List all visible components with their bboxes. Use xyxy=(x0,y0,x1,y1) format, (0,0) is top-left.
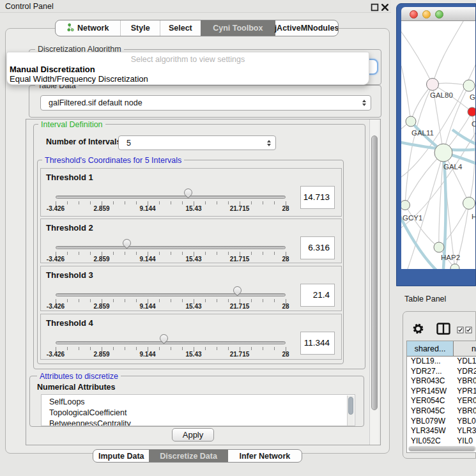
slider-tick xyxy=(125,347,125,350)
table-row[interactable]: YIL052CYIL0 xyxy=(407,436,476,446)
scrollbar-thumb[interactable] xyxy=(348,397,353,415)
slider-tick xyxy=(125,252,125,255)
network-node-GAL4[interactable] xyxy=(434,144,452,162)
cell-shared-name[interactable]: YIL052C xyxy=(407,436,454,446)
cell-name[interactable]: YBR0 xyxy=(454,376,476,387)
gear-icon[interactable] xyxy=(412,323,424,337)
network-node-GAL11[interactable] xyxy=(406,116,416,127)
minimize-traffic-light-icon[interactable] xyxy=(422,10,431,19)
zoom-traffic-light-icon[interactable] xyxy=(435,10,443,19)
tab-select[interactable]: Select xyxy=(160,20,201,36)
threshold-value-field[interactable]: 14.713 xyxy=(300,186,335,209)
checkbox-checked-icon[interactable] xyxy=(465,325,472,336)
cell-shared-name[interactable]: YBR045C xyxy=(407,406,454,417)
network-edge[interactable] xyxy=(405,153,443,205)
cell-shared-name[interactable]: YDR27... xyxy=(407,367,454,377)
attribute-list-item[interactable]: BetweennessCentrality xyxy=(42,418,355,426)
network-node-partial-top-right[interactable] xyxy=(463,80,475,91)
slider-tick xyxy=(251,299,252,302)
node-table: shared... n YDL19...YDL1YDR27...YDR2YBR0… xyxy=(406,341,476,453)
tab-style[interactable]: Style xyxy=(120,20,160,36)
column-header-shared-name[interactable]: shared... xyxy=(407,341,454,357)
close-icon[interactable] xyxy=(381,3,389,11)
table-row[interactable]: YBR043CYBR0 xyxy=(407,376,476,387)
cell-shared-name[interactable]: YPR145W xyxy=(407,387,454,397)
network-edge[interactable] xyxy=(411,84,433,121)
threshold-label: Threshold 1 xyxy=(46,173,93,182)
slider-tick-label: 2.859 xyxy=(93,256,109,263)
scrollbar-thumb[interactable] xyxy=(409,447,475,451)
cell-shared-name[interactable]: YBL079W xyxy=(407,417,454,427)
cell-name[interactable]: YLR3 xyxy=(454,426,476,436)
slider-tick xyxy=(113,252,114,255)
cell-name[interactable]: YBR0 xyxy=(454,406,476,417)
table-row[interactable]: YLR345WYLR3 xyxy=(407,426,476,436)
network-canvas[interactable]: GAL80GACGAL11GAL4GCY1HHAP2 xyxy=(401,21,476,269)
slider-tick-label: 2.859 xyxy=(93,205,109,212)
numerical-attributes-list[interactable]: SelfLoopsTopologicalCoefficientBetweenne… xyxy=(41,394,355,426)
threshold-label: Threshold 2 xyxy=(46,223,93,233)
tab-infer-network[interactable]: Infer Network xyxy=(228,450,302,462)
threshold-value-field[interactable]: 11.344 xyxy=(300,332,335,355)
split-pane-icon[interactable] xyxy=(436,323,450,337)
cell-name[interactable]: YIL0 xyxy=(454,436,476,446)
tab-cyni-toolbox-label: Cyni Toolbox xyxy=(213,24,263,33)
table-data-combobox[interactable]: galFiltered.sif default node xyxy=(40,95,371,111)
cell-shared-name[interactable]: YER054C xyxy=(407,396,454,406)
cell-shared-name[interactable]: YDL19... xyxy=(407,357,454,367)
popup-item-manual-discretization[interactable]: Manual Discretization xyxy=(10,65,95,74)
table-row[interactable]: YBL079WYBL0 xyxy=(407,417,476,427)
network-edge[interactable] xyxy=(433,21,465,84)
tab-discretize-data[interactable]: Discretize Data xyxy=(149,450,227,462)
apply-button[interactable]: Apply xyxy=(172,428,214,441)
table-horizontal-scrollbar[interactable] xyxy=(408,446,476,452)
main-vertical-scrollbar[interactable] xyxy=(369,119,379,445)
number-of-intervals-combobox[interactable]: 5 xyxy=(118,135,276,150)
tab-jactivemnodules[interactable]: jActiveMNodules xyxy=(275,20,338,36)
threshold-value-field[interactable]: 6.316 xyxy=(300,236,335,259)
threshold-value-field[interactable]: 21.4 xyxy=(300,284,335,307)
cell-name[interactable]: YDR2 xyxy=(454,367,476,377)
network-edge[interactable] xyxy=(405,205,439,247)
tab-impute-data[interactable]: Impute Data xyxy=(93,450,149,462)
network-node-GCY1[interactable] xyxy=(401,201,410,210)
slider-track[interactable] xyxy=(56,341,286,344)
slider-track[interactable] xyxy=(56,293,286,296)
close-traffic-light-icon[interactable] xyxy=(410,10,418,19)
network-edge[interactable] xyxy=(401,66,411,121)
network-edge[interactable] xyxy=(439,203,469,247)
float-icon[interactable] xyxy=(371,3,379,11)
cell-name[interactable]: YPR1 xyxy=(454,387,476,397)
cell-name[interactable]: YER0 xyxy=(454,396,476,406)
slider-tick-label: 21.715 xyxy=(230,205,250,212)
slider-track[interactable] xyxy=(56,196,286,199)
attribute-list-item[interactable]: TopologicalCoefficient xyxy=(42,408,355,418)
network-edge[interactable] xyxy=(401,27,433,84)
network-window-titlebar[interactable] xyxy=(401,7,476,21)
table-row[interactable]: YBR045CYBR0 xyxy=(407,406,476,417)
cell-shared-name[interactable]: YBR043C xyxy=(407,376,454,387)
slider-tick xyxy=(217,252,217,255)
slider-track[interactable] xyxy=(56,246,286,249)
table-row[interactable]: YPR145WYPR1 xyxy=(407,387,476,397)
network-node-label: GCY1 xyxy=(403,214,422,222)
checkbox-checked-icon[interactable] xyxy=(457,325,464,336)
tab-network[interactable]: Network xyxy=(56,20,120,36)
network-node-red-node[interactable] xyxy=(468,107,476,116)
network-node-HAP2[interactable] xyxy=(434,242,444,252)
network-node-GAL80[interactable] xyxy=(427,79,439,91)
cell-name[interactable]: YDL1 xyxy=(454,357,476,367)
tab-cyni-toolbox[interactable]: Cyni Toolbox xyxy=(201,20,275,36)
column-header-name[interactable]: n xyxy=(454,341,476,357)
table-row[interactable]: YDL19...YDL1 xyxy=(407,357,476,367)
cell-shared-name[interactable]: YLR345W xyxy=(407,426,454,436)
popup-item-equal-width-frequency[interactable]: Equal Width/Frequency Discretization xyxy=(10,74,148,84)
slider-tick xyxy=(171,347,171,350)
network-node-partial-right[interactable] xyxy=(463,197,475,210)
table-row[interactable]: YDR27...YDR2 xyxy=(407,367,476,377)
attribute-list-item[interactable]: SelfLoops xyxy=(42,395,355,408)
attributes-list-scrollbar[interactable] xyxy=(347,395,354,426)
table-row[interactable]: YER054CYER0 xyxy=(407,396,476,406)
scrollbar-thumb[interactable] xyxy=(371,135,378,410)
cell-name[interactable]: YBL0 xyxy=(454,417,476,427)
